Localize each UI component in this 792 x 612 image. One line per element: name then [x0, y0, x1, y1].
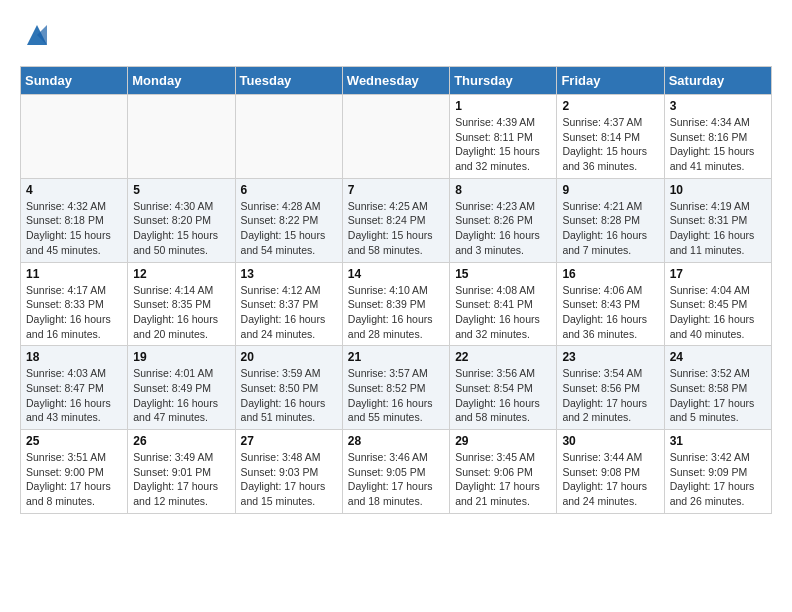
day-number: 30: [562, 434, 658, 448]
day-info: Sunrise: 4:30 AM Sunset: 8:20 PM Dayligh…: [133, 199, 229, 258]
day-number: 5: [133, 183, 229, 197]
calendar-cell: 6Sunrise: 4:28 AM Sunset: 8:22 PM Daylig…: [235, 178, 342, 262]
day-number: 11: [26, 267, 122, 281]
calendar-cell: 22Sunrise: 3:56 AM Sunset: 8:54 PM Dayli…: [450, 346, 557, 430]
weekday-header-saturday: Saturday: [664, 67, 771, 95]
day-number: 31: [670, 434, 766, 448]
day-number: 20: [241, 350, 337, 364]
day-info: Sunrise: 4:19 AM Sunset: 8:31 PM Dayligh…: [670, 199, 766, 258]
calendar-cell: 15Sunrise: 4:08 AM Sunset: 8:41 PM Dayli…: [450, 262, 557, 346]
day-info: Sunrise: 3:59 AM Sunset: 8:50 PM Dayligh…: [241, 366, 337, 425]
weekday-header-thursday: Thursday: [450, 67, 557, 95]
day-number: 21: [348, 350, 444, 364]
calendar-cell: 25Sunrise: 3:51 AM Sunset: 9:00 PM Dayli…: [21, 430, 128, 514]
calendar-cell: 7Sunrise: 4:25 AM Sunset: 8:24 PM Daylig…: [342, 178, 449, 262]
day-info: Sunrise: 4:21 AM Sunset: 8:28 PM Dayligh…: [562, 199, 658, 258]
day-number: 2: [562, 99, 658, 113]
day-number: 9: [562, 183, 658, 197]
day-info: Sunrise: 4:37 AM Sunset: 8:14 PM Dayligh…: [562, 115, 658, 174]
day-number: 25: [26, 434, 122, 448]
day-info: Sunrise: 4:08 AM Sunset: 8:41 PM Dayligh…: [455, 283, 551, 342]
calendar-week-row: 11Sunrise: 4:17 AM Sunset: 8:33 PM Dayli…: [21, 262, 772, 346]
calendar-cell: [128, 95, 235, 179]
day-info: Sunrise: 4:12 AM Sunset: 8:37 PM Dayligh…: [241, 283, 337, 342]
day-number: 19: [133, 350, 229, 364]
calendar-cell: 1Sunrise: 4:39 AM Sunset: 8:11 PM Daylig…: [450, 95, 557, 179]
day-info: Sunrise: 3:45 AM Sunset: 9:06 PM Dayligh…: [455, 450, 551, 509]
day-number: 4: [26, 183, 122, 197]
calendar-cell: 27Sunrise: 3:48 AM Sunset: 9:03 PM Dayli…: [235, 430, 342, 514]
calendar-cell: 29Sunrise: 3:45 AM Sunset: 9:06 PM Dayli…: [450, 430, 557, 514]
day-info: Sunrise: 4:28 AM Sunset: 8:22 PM Dayligh…: [241, 199, 337, 258]
calendar-cell: [235, 95, 342, 179]
day-info: Sunrise: 3:51 AM Sunset: 9:00 PM Dayligh…: [26, 450, 122, 509]
calendar-week-row: 25Sunrise: 3:51 AM Sunset: 9:00 PM Dayli…: [21, 430, 772, 514]
day-number: 22: [455, 350, 551, 364]
calendar-cell: 3Sunrise: 4:34 AM Sunset: 8:16 PM Daylig…: [664, 95, 771, 179]
day-info: Sunrise: 3:48 AM Sunset: 9:03 PM Dayligh…: [241, 450, 337, 509]
weekday-header-monday: Monday: [128, 67, 235, 95]
calendar-cell: 23Sunrise: 3:54 AM Sunset: 8:56 PM Dayli…: [557, 346, 664, 430]
calendar-cell: 4Sunrise: 4:32 AM Sunset: 8:18 PM Daylig…: [21, 178, 128, 262]
calendar-week-row: 1Sunrise: 4:39 AM Sunset: 8:11 PM Daylig…: [21, 95, 772, 179]
calendar-cell: 5Sunrise: 4:30 AM Sunset: 8:20 PM Daylig…: [128, 178, 235, 262]
day-info: Sunrise: 4:10 AM Sunset: 8:39 PM Dayligh…: [348, 283, 444, 342]
calendar-cell: 21Sunrise: 3:57 AM Sunset: 8:52 PM Dayli…: [342, 346, 449, 430]
day-number: 1: [455, 99, 551, 113]
weekday-header-friday: Friday: [557, 67, 664, 95]
day-number: 27: [241, 434, 337, 448]
day-info: Sunrise: 4:32 AM Sunset: 8:18 PM Dayligh…: [26, 199, 122, 258]
day-number: 17: [670, 267, 766, 281]
day-number: 6: [241, 183, 337, 197]
day-info: Sunrise: 4:25 AM Sunset: 8:24 PM Dayligh…: [348, 199, 444, 258]
day-number: 16: [562, 267, 658, 281]
day-info: Sunrise: 4:17 AM Sunset: 8:33 PM Dayligh…: [26, 283, 122, 342]
calendar-cell: 10Sunrise: 4:19 AM Sunset: 8:31 PM Dayli…: [664, 178, 771, 262]
day-info: Sunrise: 3:49 AM Sunset: 9:01 PM Dayligh…: [133, 450, 229, 509]
day-info: Sunrise: 4:01 AM Sunset: 8:49 PM Dayligh…: [133, 366, 229, 425]
day-info: Sunrise: 3:42 AM Sunset: 9:09 PM Dayligh…: [670, 450, 766, 509]
day-number: 23: [562, 350, 658, 364]
calendar-table: SundayMondayTuesdayWednesdayThursdayFrid…: [20, 66, 772, 514]
calendar-cell: 30Sunrise: 3:44 AM Sunset: 9:08 PM Dayli…: [557, 430, 664, 514]
day-info: Sunrise: 3:44 AM Sunset: 9:08 PM Dayligh…: [562, 450, 658, 509]
day-info: Sunrise: 4:34 AM Sunset: 8:16 PM Dayligh…: [670, 115, 766, 174]
calendar-cell: 8Sunrise: 4:23 AM Sunset: 8:26 PM Daylig…: [450, 178, 557, 262]
logo-icon: [22, 20, 52, 50]
day-number: 3: [670, 99, 766, 113]
day-info: Sunrise: 4:23 AM Sunset: 8:26 PM Dayligh…: [455, 199, 551, 258]
logo: [20, 20, 52, 50]
calendar-cell: 2Sunrise: 4:37 AM Sunset: 8:14 PM Daylig…: [557, 95, 664, 179]
calendar-week-row: 18Sunrise: 4:03 AM Sunset: 8:47 PM Dayli…: [21, 346, 772, 430]
day-info: Sunrise: 4:14 AM Sunset: 8:35 PM Dayligh…: [133, 283, 229, 342]
day-info: Sunrise: 4:04 AM Sunset: 8:45 PM Dayligh…: [670, 283, 766, 342]
day-info: Sunrise: 4:03 AM Sunset: 8:47 PM Dayligh…: [26, 366, 122, 425]
day-info: Sunrise: 3:52 AM Sunset: 8:58 PM Dayligh…: [670, 366, 766, 425]
weekday-header-tuesday: Tuesday: [235, 67, 342, 95]
calendar-cell: 20Sunrise: 3:59 AM Sunset: 8:50 PM Dayli…: [235, 346, 342, 430]
calendar-cell: 24Sunrise: 3:52 AM Sunset: 8:58 PM Dayli…: [664, 346, 771, 430]
page-header: [20, 20, 772, 50]
weekday-header-wednesday: Wednesday: [342, 67, 449, 95]
day-number: 29: [455, 434, 551, 448]
day-number: 7: [348, 183, 444, 197]
calendar-cell: 14Sunrise: 4:10 AM Sunset: 8:39 PM Dayli…: [342, 262, 449, 346]
calendar-cell: 18Sunrise: 4:03 AM Sunset: 8:47 PM Dayli…: [21, 346, 128, 430]
weekday-header-sunday: Sunday: [21, 67, 128, 95]
day-info: Sunrise: 3:57 AM Sunset: 8:52 PM Dayligh…: [348, 366, 444, 425]
calendar-header-row: SundayMondayTuesdayWednesdayThursdayFrid…: [21, 67, 772, 95]
day-info: Sunrise: 3:54 AM Sunset: 8:56 PM Dayligh…: [562, 366, 658, 425]
calendar-week-row: 4Sunrise: 4:32 AM Sunset: 8:18 PM Daylig…: [21, 178, 772, 262]
calendar-cell: 28Sunrise: 3:46 AM Sunset: 9:05 PM Dayli…: [342, 430, 449, 514]
day-number: 12: [133, 267, 229, 281]
calendar-cell: 16Sunrise: 4:06 AM Sunset: 8:43 PM Dayli…: [557, 262, 664, 346]
day-number: 26: [133, 434, 229, 448]
calendar-cell: 26Sunrise: 3:49 AM Sunset: 9:01 PM Dayli…: [128, 430, 235, 514]
calendar-cell: 9Sunrise: 4:21 AM Sunset: 8:28 PM Daylig…: [557, 178, 664, 262]
calendar-cell: 13Sunrise: 4:12 AM Sunset: 8:37 PM Dayli…: [235, 262, 342, 346]
day-number: 10: [670, 183, 766, 197]
day-number: 28: [348, 434, 444, 448]
calendar-cell: 17Sunrise: 4:04 AM Sunset: 8:45 PM Dayli…: [664, 262, 771, 346]
day-number: 14: [348, 267, 444, 281]
day-number: 13: [241, 267, 337, 281]
